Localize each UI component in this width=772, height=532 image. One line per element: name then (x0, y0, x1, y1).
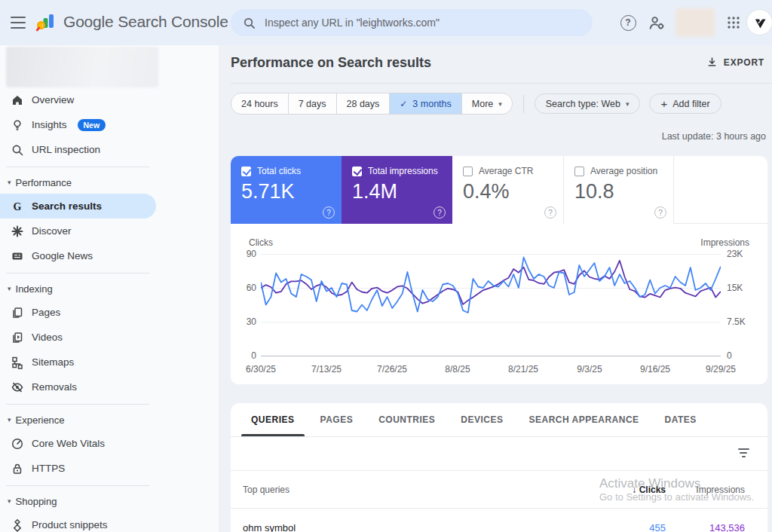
metric-cards: Total clicks 5.71K ? Total impressions 1… (231, 156, 767, 224)
apps-grid-button[interactable] (724, 13, 743, 32)
sidebar-item-videos[interactable]: Videos (0, 325, 219, 350)
videos-icon (11, 331, 24, 344)
average-position-card[interactable]: Average position 10.8 ? (563, 156, 674, 224)
clicks-series-line (261, 258, 721, 313)
search-icon (243, 17, 256, 29)
add-filter-button[interactable]: + Add filter (649, 93, 721, 114)
y-tick-left: 30 (231, 316, 256, 327)
tab-devices[interactable]: DEVICES (448, 403, 516, 436)
sidebar-item-url-inspection[interactable]: URL inspection (0, 137, 219, 162)
sidebar-item-pages[interactable]: Pages (0, 300, 219, 325)
left-axis-title: Clicks (249, 237, 273, 248)
total-impressions-card[interactable]: Total impressions 1.4M ? (342, 156, 452, 224)
clicks-cell: 455 (553, 522, 666, 532)
tab-dates[interactable]: DATES (652, 403, 709, 436)
total-clicks-card[interactable]: Total clicks 5.71K ? (231, 156, 342, 224)
sidebar-item-core-web-vitals[interactable]: Core Web Vitals (0, 431, 219, 456)
range-28-days[interactable]: 28 days (336, 93, 390, 114)
range-more-dropdown[interactable]: More ▾ (461, 93, 512, 114)
sidebar-item-insights[interactable]: Insights New (0, 112, 219, 137)
average-ctr-value: 0.4% (463, 180, 553, 203)
lock-icon (11, 462, 24, 475)
tab-search-appearance[interactable]: SEARCH APPEARANCE (516, 403, 652, 436)
dimension-tabs: QUERIES PAGES COUNTRIES DEVICES SEARCH A… (231, 403, 767, 437)
performance-summary-panel: Total clicks 5.71K ? Total impressions 1… (231, 156, 767, 384)
sidebar-section-shopping[interactable]: ▾ Shopping (0, 490, 219, 512)
tab-countries[interactable]: COUNTRIES (366, 403, 448, 436)
topbar: Google Search Console ? (0, 0, 772, 45)
average-ctr-card[interactable]: Average CTR 0.4% ? (452, 156, 563, 224)
sidebar-section-indexing[interactable]: ▾ Indexing (0, 277, 219, 300)
manage-account-button[interactable] (647, 13, 666, 32)
total-impressions-value: 1.4M (352, 180, 442, 203)
help-icon[interactable]: ? (654, 206, 666, 219)
column-top-queries[interactable]: Top queries (231, 485, 553, 495)
chevron-down-icon: ▾ (498, 100, 502, 108)
help-icon[interactable]: ? (433, 206, 446, 219)
range-3-months-selected[interactable]: ✓ 3 months (389, 93, 461, 114)
lightbulb-icon (11, 118, 24, 132)
chevron-down-icon: ▾ (8, 416, 11, 423)
redacted-property-selector[interactable] (6, 47, 158, 87)
chevron-down-icon: ▾ (8, 497, 11, 505)
x-tick: 8/8/25 (435, 364, 480, 375)
sidebar-item-sitemaps[interactable]: Sitemaps (0, 350, 219, 375)
sidebar-item-product-snippets[interactable]: Product snippets (0, 512, 219, 532)
help-button[interactable]: ? (618, 13, 638, 32)
sidebar-section-experience[interactable]: ▾ Experience (0, 408, 219, 431)
help-icon[interactable]: ? (544, 206, 556, 219)
magnifier-icon (11, 143, 24, 157)
sort-down-icon: ↓ (632, 485, 636, 495)
help-icon[interactable]: ? (323, 206, 335, 219)
sidebar-item-removals[interactable]: Removals (0, 375, 219, 399)
sitemaps-icon (11, 356, 24, 369)
chevron-down-icon: ▾ (8, 285, 11, 292)
apps-grid-icon (727, 16, 740, 29)
sidebar-item-https[interactable]: HTTPS (0, 456, 219, 481)
range-7-days[interactable]: 7 days (288, 93, 336, 114)
tab-queries[interactable]: QUERIES (238, 403, 308, 436)
sidebar-section-performance[interactable]: ▾ Performance (0, 171, 219, 194)
account-avatar[interactable] (747, 10, 772, 35)
checkbox-unchecked-icon[interactable] (463, 167, 473, 176)
checkbox-checked-icon[interactable] (352, 167, 362, 176)
menu-icon[interactable] (11, 17, 26, 29)
search-type-filter[interactable]: Search type: Web ▾ (535, 93, 641, 114)
search-input[interactable] (265, 17, 581, 29)
checkbox-unchecked-icon[interactable] (574, 167, 584, 176)
tab-pages[interactable]: PAGES (308, 403, 366, 436)
plus-icon: + (660, 97, 667, 110)
filter-rows-icon[interactable] (737, 448, 749, 459)
column-clicks-sorted[interactable]: ↓ Clicks (553, 485, 666, 495)
performance-line-chart (261, 254, 721, 356)
url-inspect-searchbar[interactable] (231, 9, 593, 36)
range-24-hours[interactable]: 24 hours (231, 93, 288, 114)
google-g-icon: G (11, 200, 24, 213)
table-row[interactable]: ohm symbol 455 143,536 (231, 509, 767, 532)
checkbox-checked-icon[interactable] (241, 167, 251, 176)
divider (231, 83, 772, 84)
gauge-icon (11, 437, 24, 451)
sidebar-item-google-news[interactable]: Google News (0, 243, 219, 268)
chevron-down-icon: ▾ (8, 179, 11, 186)
tag-icon (11, 518, 24, 532)
export-button[interactable]: EXPORT (706, 57, 764, 68)
sidebar-item-search-results[interactable]: G Search results (0, 194, 156, 219)
sidebar-divider (0, 268, 219, 277)
right-axis-title: Impressions (700, 237, 749, 248)
x-tick: 9/16/25 (633, 364, 678, 375)
query-cell[interactable]: ohm symbol (231, 522, 553, 532)
download-icon (706, 57, 718, 68)
help-icon: ? (620, 15, 636, 31)
news-icon (11, 249, 24, 263)
sidebar-item-overview[interactable]: Overview (0, 87, 219, 112)
sidebar-item-discover[interactable]: Discover (0, 219, 219, 243)
x-tick: 6/30/25 (238, 364, 283, 375)
y-tick-left: 0 (231, 350, 256, 361)
y-tick-left: 60 (231, 283, 256, 293)
column-impressions[interactable]: Impressions (666, 485, 767, 495)
pages-icon (11, 306, 24, 320)
impressions-cell: 143,536 (666, 522, 767, 532)
total-clicks-value: 5.71K (241, 180, 331, 203)
y-tick-right: 23K (727, 249, 761, 259)
